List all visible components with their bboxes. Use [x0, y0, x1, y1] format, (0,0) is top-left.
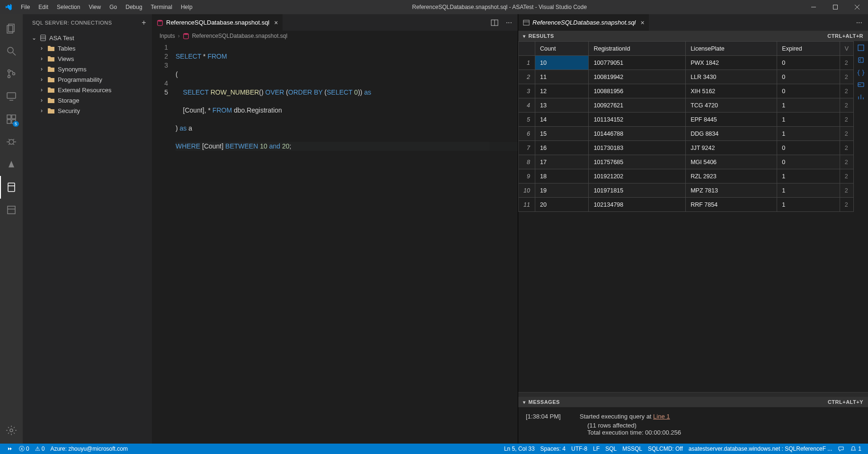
cell-expired[interactable]: 1	[777, 169, 840, 183]
col-licenseplate[interactable]: LicensePlate	[686, 42, 777, 56]
cell-expired[interactable]: 0	[777, 70, 840, 84]
code-editor[interactable]: 1 2 3 4 5 SELECT * FROM ( SELECT ROW_NUM…	[152, 41, 518, 444]
status-sqlcmd[interactable]: SQLCMD: Off	[645, 445, 686, 452]
status-remote[interactable]	[4, 445, 16, 452]
minimap[interactable]	[489, 41, 518, 444]
tab-results[interactable]: ReferenceSQLDatabase.snapshot.sql ×	[518, 14, 649, 31]
tree-item[interactable]: ›Views	[23, 53, 152, 64]
status-encoding[interactable]: UTF-8	[568, 445, 590, 452]
horizontal-scrollbar[interactable]	[518, 392, 868, 397]
cell-licenseplate[interactable]: MPZ 7813	[686, 183, 777, 198]
table-row[interactable]: 413100927621TCG 472012	[519, 98, 854, 113]
cell-truncated[interactable]: 2	[840, 98, 853, 113]
cell-truncated[interactable]: 2	[840, 141, 853, 155]
code-area[interactable]: SELECT * FROM ( SELECT ROW_NUMBER() OVER…	[176, 41, 518, 444]
status-cursor[interactable]: Ln 5, Col 33	[501, 445, 538, 452]
cell-registrationid[interactable]: 100881956	[589, 84, 686, 98]
tree-item[interactable]: ›Tables	[23, 43, 152, 53]
results-grid[interactable]: Count RegistrationId LicensePlate Expire…	[518, 41, 854, 392]
cell-count[interactable]: 12	[535, 84, 589, 98]
table-row[interactable]: 1019101971815MPZ 781312	[519, 183, 854, 198]
cell-truncated[interactable]: 2	[840, 70, 853, 84]
status-language[interactable]: SQL	[602, 445, 620, 452]
table-row[interactable]: 817101757685MGI 540602	[519, 155, 854, 169]
tree-item[interactable]: ›Storage	[23, 95, 152, 105]
cell-expired[interactable]: 1	[777, 98, 840, 113]
export-json-icon[interactable]	[857, 69, 865, 76]
tree-item[interactable]: ›External Resources	[23, 85, 152, 95]
cell-registrationid[interactable]: 101971815	[589, 183, 686, 198]
cell-truncated[interactable]: 2	[840, 127, 853, 141]
status-azure[interactable]: Azure: zhouyu@microsoft.com	[47, 445, 131, 452]
cell-expired[interactable]: 0	[777, 141, 840, 155]
activity-debug[interactable]	[0, 131, 23, 153]
cell-count[interactable]: 20	[535, 198, 589, 212]
cell-truncated[interactable]: 2	[840, 198, 853, 212]
cell-truncated[interactable]: 2	[840, 169, 853, 183]
tree-item[interactable]: ›Synonyms	[23, 64, 152, 74]
menu-file[interactable]: File	[17, 2, 34, 12]
cell-count[interactable]: 19	[535, 183, 589, 198]
more-icon[interactable]: ···	[506, 18, 512, 27]
activity-scm[interactable]	[0, 62, 23, 85]
cell-licenseplate[interactable]: XIH 5162	[686, 84, 777, 98]
add-connection-icon[interactable]: +	[142, 18, 146, 27]
menu-debug[interactable]: Debug	[122, 2, 146, 12]
activity-settings[interactable]	[0, 419, 23, 442]
tree-item[interactable]: ›Programmability	[23, 74, 152, 85]
cell-expired[interactable]: 0	[777, 56, 840, 70]
export-csv-icon[interactable]	[857, 56, 865, 64]
table-row[interactable]: 514101134152EPF 844512	[519, 113, 854, 127]
menu-help[interactable]: Help	[177, 2, 196, 12]
activity-other[interactable]	[0, 199, 23, 221]
cell-licenseplate[interactable]: PWX 1842	[686, 56, 777, 70]
breadcrumb[interactable]: Inputs › ReferenceSQLDatabase.snapshot.s…	[152, 31, 518, 41]
tree-item[interactable]: ›Security	[23, 105, 152, 116]
cell-registrationid[interactable]: 101134152	[589, 113, 686, 127]
cell-expired[interactable]: 1	[777, 127, 840, 141]
cell-registrationid[interactable]: 100819942	[589, 70, 686, 84]
menu-view[interactable]: View	[85, 2, 105, 12]
maximize-results-icon[interactable]	[857, 44, 865, 52]
line-link[interactable]: Line 1	[653, 413, 670, 420]
table-row[interactable]: 716101730183JJT 924202	[519, 141, 854, 155]
cell-count[interactable]: 13	[535, 98, 589, 113]
results-header[interactable]: ▾RESULTS CTRL+ALT+R	[518, 31, 868, 41]
cell-licenseplate[interactable]: LLR 3430	[686, 70, 777, 84]
cell-truncated[interactable]: 2	[840, 56, 853, 70]
close-icon[interactable]: ×	[640, 19, 644, 26]
status-notifications[interactable]: 1	[847, 445, 864, 452]
status-eol[interactable]: LF	[590, 445, 602, 452]
cell-licenseplate[interactable]: DDG 8834	[686, 127, 777, 141]
table-row[interactable]: 1120102134798RRF 785412	[519, 198, 854, 212]
col-count[interactable]: Count	[535, 42, 589, 56]
cell-licenseplate[interactable]: RRF 7854	[686, 198, 777, 212]
table-row[interactable]: 211100819942LLR 343002	[519, 70, 854, 84]
menu-go[interactable]: Go	[106, 2, 121, 12]
cell-licenseplate[interactable]: JJT 9242	[686, 141, 777, 155]
activity-sqlserver[interactable]	[0, 176, 23, 199]
table-row[interactable]: 312100881956XIH 516202	[519, 84, 854, 98]
menu-terminal[interactable]: Terminal	[147, 2, 176, 12]
cell-count[interactable]: 18	[535, 169, 589, 183]
col-registrationid[interactable]: RegistrationId	[589, 42, 686, 56]
cell-expired[interactable]: 0	[777, 155, 840, 169]
cell-expired[interactable]: 1	[777, 198, 840, 212]
cell-registrationid[interactable]: 101446788	[589, 127, 686, 141]
cell-registrationid[interactable]: 101757685	[589, 155, 686, 169]
menu-selection[interactable]: Selection	[53, 2, 84, 12]
cell-count[interactable]: 11	[535, 70, 589, 84]
cell-truncated[interactable]: 2	[840, 155, 853, 169]
breadcrumb-file[interactable]: ReferenceSQLDatabase.snapshot.sql	[192, 33, 287, 39]
activity-explorer[interactable]	[0, 17, 23, 40]
cell-registrationid[interactable]: 100779051	[589, 56, 686, 70]
close-button[interactable]	[846, 0, 868, 14]
cell-expired[interactable]: 1	[777, 113, 840, 127]
activity-extensions[interactable]: 5	[0, 108, 23, 131]
status-warnings[interactable]: ⚠ 0	[32, 445, 48, 452]
col-expired[interactable]: Expired	[777, 42, 840, 56]
cell-truncated[interactable]: 2	[840, 84, 853, 98]
chart-icon[interactable]	[857, 93, 865, 101]
more-icon[interactable]: ···	[856, 18, 862, 27]
cell-licenseplate[interactable]: TCG 4720	[686, 98, 777, 113]
